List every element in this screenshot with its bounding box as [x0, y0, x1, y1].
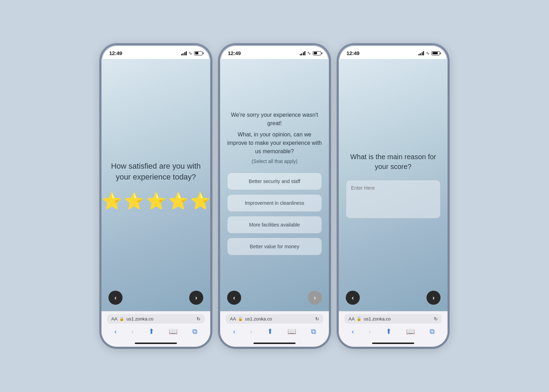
phone1-url-left: AA 🔒 us1.zonka.co — [111, 316, 153, 322]
battery-icon-2 — [313, 51, 321, 55]
phone3-back-button[interactable]: ‹ — [346, 291, 360, 305]
wifi-icon-1: ∿ — [188, 50, 192, 56]
phone2-home-indicator — [220, 340, 329, 347]
status-icons-1: ∿ — [181, 50, 203, 56]
phone3-back-nav[interactable]: ‹ — [350, 327, 356, 336]
star-3: ⭐ — [146, 193, 166, 209]
phone-2-screen: We're sorry your experience wasn't great… — [220, 59, 329, 311]
phone2-next-button[interactable]: › — [308, 291, 322, 305]
phone2-back-button[interactable]: ‹ — [227, 291, 241, 305]
signal-icon-1 — [181, 51, 187, 55]
phone1-url-bar: AA 🔒 us1.zonka.co ↻ — [107, 314, 205, 324]
phone3-domain: us1.zonka.co — [364, 316, 391, 322]
phone1-home-indicator — [101, 340, 210, 347]
phone-3: 12:49 ∿ What is the main reason for your… — [339, 45, 448, 347]
phone3-browser-controls: ‹ › ⬆ 📖 ⧉ — [344, 326, 442, 337]
phone2-refresh-button[interactable]: ↻ — [315, 316, 319, 322]
phone2-bookmarks-button[interactable]: 📖 — [285, 326, 298, 336]
phone2-url-left: AA 🔒 us1.zonka.co — [230, 316, 272, 322]
phone3-share-button[interactable]: ⬆ — [384, 326, 394, 336]
option-value-money[interactable]: Better value for money — [227, 238, 322, 255]
phone3-tabs-button[interactable]: ⧉ — [428, 327, 437, 336]
status-icons-2: ∿ — [300, 50, 322, 56]
phone3-url-bar: AA 🔒 us1.zonka.co ↻ — [344, 314, 442, 324]
phone2-lock-icon: 🔒 — [238, 317, 243, 321]
wifi-icon-3: ∿ — [426, 50, 430, 56]
wifi-icon-2: ∿ — [307, 50, 311, 56]
phone3-aa-button[interactable]: AA — [349, 316, 355, 322]
phone-1-screen: How satisfied are you with your experien… — [101, 59, 210, 311]
signal-icon-3 — [418, 51, 424, 55]
satisfaction-question: How satisfied are you with your experien… — [108, 161, 203, 183]
option-security-staff[interactable]: Better security and staff — [227, 173, 322, 190]
phone1-share-button[interactable]: ⬆ — [146, 326, 157, 336]
status-bar-3: 12:49 ∿ — [339, 45, 448, 59]
phone2-share-button[interactable]: ⬆ — [265, 326, 275, 336]
phone2-tabs-button[interactable]: ⧉ — [309, 327, 318, 336]
main-reason-input[interactable] — [346, 180, 441, 218]
phone2-browser-bar: AA 🔒 us1.zonka.co ↻ ‹ › ⬆ 📖 ⧉ — [220, 311, 329, 340]
phone2-url-bar: AA 🔒 us1.zonka.co ↻ — [226, 314, 323, 324]
phone2-back-nav[interactable]: ‹ — [231, 327, 238, 336]
phone-3-screen: What is the main reason for your score? … — [339, 59, 448, 311]
right-arrow-icon: › — [195, 295, 197, 301]
select-note: (Select all that apply) — [252, 158, 298, 164]
star-5: ⭐ — [190, 193, 210, 209]
phone3-browser-bar: AA 🔒 us1.zonka.co ↻ ‹ › ⬆ 📖 ⧉ — [339, 311, 448, 340]
phone1-back-nav[interactable]: ‹ — [112, 327, 119, 336]
battery-icon-1 — [194, 51, 203, 55]
status-bar-2: 12:49 ∿ — [220, 45, 329, 59]
star-4: ⭐ — [168, 193, 188, 209]
phone1-forward-nav[interactable]: › — [129, 327, 136, 336]
signal-icon-2 — [300, 51, 306, 55]
option-cleanliness[interactable]: Improvement in cleanliness — [227, 194, 322, 212]
right-arrow-icon-3: › — [432, 295, 435, 301]
phone3-bookmarks-button[interactable]: 📖 — [404, 326, 417, 336]
status-time-3: 12:49 — [346, 50, 359, 56]
star-2: ⭐ — [124, 193, 144, 209]
phone1-tabs-button[interactable]: ⧉ — [190, 327, 199, 336]
status-icons-3: ∿ — [418, 50, 440, 56]
star-1: ⭐ — [102, 193, 122, 209]
status-time-2: 12:49 — [228, 50, 241, 56]
phone2-browser-controls: ‹ › ⬆ 📖 ⧉ — [226, 326, 323, 337]
phone1-refresh-button[interactable]: ↻ — [197, 316, 200, 322]
main-reason-question: What is the main reason for your score? — [346, 152, 441, 171]
stars-row: ⭐ ⭐ ⭐ ⭐ ⭐ — [102, 193, 210, 209]
phone1-next-button[interactable]: › — [189, 291, 203, 305]
battery-icon-3 — [431, 51, 440, 55]
phone1-domain: us1.zonka.co — [126, 316, 153, 322]
phone1-browser-bar: AA 🔒 us1.zonka.co ↻ ‹ › ⬆ 📖 ⧉ — [101, 311, 210, 340]
phone2-forward-nav[interactable]: › — [248, 327, 254, 336]
phone-2: 12:49 ∿ We're sorry your experience wasn… — [220, 45, 329, 347]
phone3-refresh-button[interactable]: ↻ — [434, 316, 438, 322]
phone2-home-bar — [253, 343, 296, 344]
phone3-url-left: AA 🔒 us1.zonka.co — [349, 316, 391, 322]
left-arrow-icon-3: ‹ — [352, 295, 354, 301]
phone1-bookmarks-button[interactable]: 📖 — [167, 326, 180, 336]
option-facilities[interactable]: More facilities available — [227, 216, 322, 234]
left-arrow-icon: ‹ — [114, 295, 117, 301]
phone1-lock-icon: 🔒 — [119, 317, 124, 321]
phones-container: 12:49 ∿ How satisfied are you with your … — [101, 45, 448, 347]
phone3-home-indicator — [339, 340, 448, 347]
phone3-next-button[interactable]: › — [426, 291, 441, 305]
left-arrow-icon-2: ‹ — [233, 295, 235, 301]
phone1-back-button[interactable]: ‹ — [108, 291, 123, 305]
sorry-heading: We're sorry your experience wasn't great… — [227, 111, 322, 128]
phone3-lock-icon: 🔒 — [357, 317, 362, 321]
right-arrow-icon-2: › — [314, 295, 316, 301]
phone-1: 12:49 ∿ How satisfied are you with your … — [101, 45, 210, 347]
phone3-home-bar — [372, 343, 414, 344]
status-time-1: 12:49 — [109, 50, 122, 56]
improve-question: What, in your opinion, can we improve to… — [227, 130, 322, 156]
phone2-aa-button[interactable]: AA — [230, 316, 236, 322]
phone1-home-bar — [135, 343, 177, 344]
status-bar-1: 12:49 ∿ — [101, 45, 210, 59]
phone2-domain: us1.zonka.co — [245, 316, 272, 322]
phone1-browser-controls: ‹ › ⬆ 📖 ⧉ — [107, 326, 205, 337]
phone3-forward-nav[interactable]: › — [366, 327, 373, 336]
phone1-aa-button[interactable]: AA — [111, 316, 117, 322]
